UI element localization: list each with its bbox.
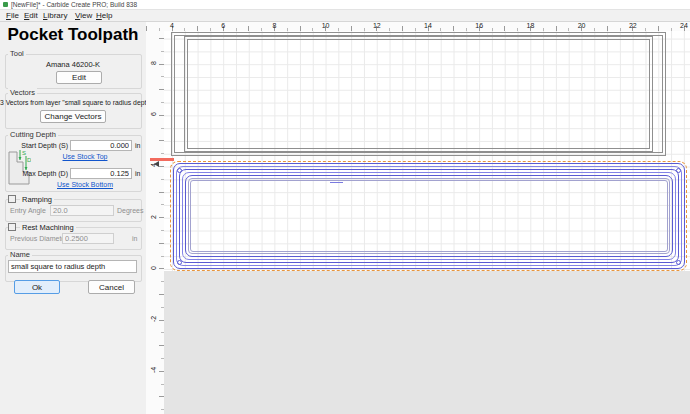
start-depth-unit: in <box>135 142 140 149</box>
entry-angle-input <box>50 205 114 216</box>
start-depth-input[interactable] <box>70 140 132 151</box>
ramping-label: Ramping <box>20 195 54 204</box>
outside-stock-area <box>164 271 690 414</box>
title-bar: [NewFile]* - Carbide Create PRO; Build 8… <box>0 0 690 10</box>
app-window: [NewFile]* - Carbide Create PRO; Build 8… <box>0 0 690 414</box>
app-icon <box>3 2 8 7</box>
ramping-checkbox[interactable] <box>8 195 16 203</box>
edit-tool-button[interactable]: Edit <box>56 71 102 84</box>
menu-help[interactable]: Help <box>93 11 115 20</box>
top-ruler-label: 16 <box>475 22 483 29</box>
left-ruler-label: -4 <box>150 367 157 373</box>
toolpath-corner-loop <box>177 260 182 265</box>
svg-text:D: D <box>27 157 31 163</box>
toolpath-corner-loop <box>676 168 681 173</box>
top-ruler-label: 12 <box>373 22 381 29</box>
menu-file[interactable]: File <box>3 11 22 20</box>
entry-angle-label: Entry Angle <box>10 207 46 214</box>
toolpath-corner-loop <box>177 168 182 173</box>
window-title: [NewFile]* - Carbide Create PRO; Build 8… <box>11 1 137 8</box>
top-ruler-label: 8 <box>272 22 276 29</box>
menu-bar: File Edit Library View Help <box>0 10 690 22</box>
vector-rect-pocket-inner-line <box>190 180 668 252</box>
page-title: Pocket Toolpath <box>0 25 146 45</box>
left-ruler-label: 6 <box>150 112 157 116</box>
cancel-button[interactable]: Cancel <box>88 280 135 294</box>
left-ruler-label: 2 <box>150 215 157 219</box>
previous-diameter-input <box>62 233 114 244</box>
design-canvas[interactable] <box>164 31 690 414</box>
top-ruler-label: 14 <box>424 22 432 29</box>
toolpath-name-input[interactable] <box>8 260 137 273</box>
menu-library[interactable]: Library <box>40 11 70 20</box>
top-ruler-label: 22 <box>629 22 637 29</box>
max-depth-label: Max Depth (D) <box>18 170 68 177</box>
top-ruler-label: 10 <box>322 22 330 29</box>
max-depth-unit: in <box>135 170 140 177</box>
left-ruler-label: 8 <box>150 61 157 65</box>
entry-angle-unit: Degrees <box>117 207 143 214</box>
ok-button[interactable]: Ok <box>14 280 60 294</box>
menu-edit[interactable]: Edit <box>21 11 41 20</box>
rest-machining-label: Rest Machining <box>20 223 76 232</box>
top-ruler-label: 20 <box>578 22 586 29</box>
tool-name: Amana 46200-K <box>0 60 146 69</box>
max-depth-input[interactable] <box>70 168 132 179</box>
left-ruler: 86420-2-4 <box>146 31 165 414</box>
vector-rect-inner-gray[interactable] <box>184 36 653 152</box>
top-ruler-label: 24 <box>680 22 688 29</box>
previous-diameter-unit: in <box>132 235 137 242</box>
ruler-position-arrow <box>154 161 159 167</box>
depth-diagram-icon: S D <box>7 148 31 186</box>
left-ruler-label: 0 <box>150 266 157 270</box>
top-ruler-label: 18 <box>526 22 534 29</box>
start-depth-label: Start Depth (S) <box>18 142 68 149</box>
cutting-depth-group-label: Cutting Depth <box>8 130 58 139</box>
top-ruler-label: 4 <box>170 22 174 29</box>
svg-text:S: S <box>22 150 26 156</box>
pocket-toolpath-panel: Pocket Toolpath Tool Amana 46200-K Edit … <box>0 22 147 414</box>
use-stock-bottom-link[interactable]: Use Stock Bottom <box>50 181 120 188</box>
top-ruler-label: 6 <box>221 22 225 29</box>
name-group-label: Name <box>8 250 32 259</box>
toolpath-corner-loop <box>676 260 681 265</box>
left-ruler-label: -2 <box>150 316 157 322</box>
use-stock-top-link[interactable]: Use Stock Top <box>50 153 120 160</box>
menu-view[interactable]: View <box>72 11 95 20</box>
vectors-group-label: Vectors <box>8 88 37 97</box>
change-vectors-button[interactable]: Change Vectors <box>40 110 106 123</box>
rest-machining-checkbox[interactable] <box>8 223 16 231</box>
vector-rect-inner-gray-line <box>187 39 650 149</box>
tool-group-label: Tool <box>8 49 26 58</box>
vectors-info: 3 Vectors from layer "small square to ra… <box>0 99 146 106</box>
previous-diameter-label: Previous Diameter <box>10 235 68 242</box>
